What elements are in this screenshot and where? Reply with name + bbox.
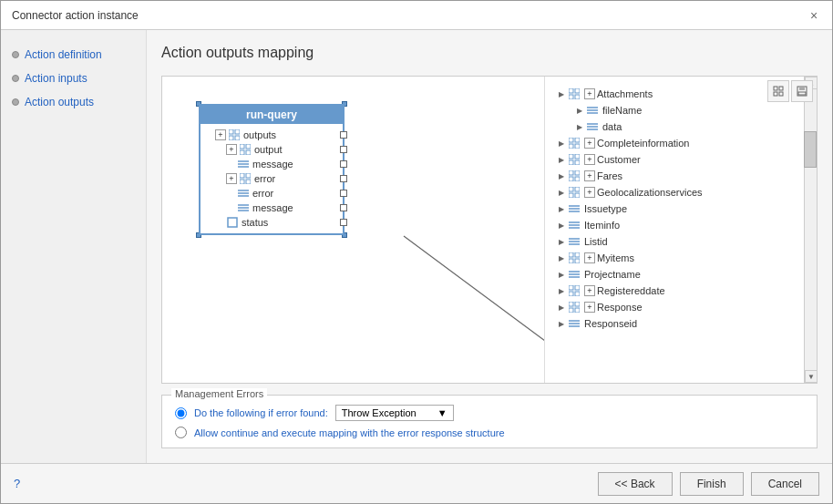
left-panel: run-query + outputs xyxy=(162,77,545,383)
port-right[interactable] xyxy=(340,160,347,168)
tree-label: Myitems xyxy=(597,252,634,263)
tree-type-icon xyxy=(567,153,581,166)
node-label: error xyxy=(252,188,273,199)
tree-expand-icon[interactable]: + xyxy=(584,88,595,99)
tree-item[interactable]: ▶ + Response xyxy=(552,299,817,315)
tree-label: fileName xyxy=(602,105,642,116)
tree-label: Registereddate xyxy=(597,285,665,296)
tree-expand-icon[interactable]: + xyxy=(584,154,595,165)
save-layout-icon[interactable] xyxy=(791,80,813,102)
tree-expand-icon[interactable]: + xyxy=(584,285,595,296)
tree-arrow-icon: ▶ xyxy=(556,220,567,231)
tree-item[interactable]: ▶ Listid xyxy=(552,233,817,250)
tree-item[interactable]: ▶ Issuetype xyxy=(552,201,817,217)
sidebar-item-action-definition[interactable]: Action definition xyxy=(12,48,135,61)
svg-rect-79 xyxy=(575,308,580,313)
error-option-2-radio[interactable] xyxy=(175,427,187,438)
window: Connector action instance × Action defin… xyxy=(0,0,833,504)
svg-rect-33 xyxy=(575,95,580,99)
tree-arrow-icon: ▶ xyxy=(556,203,567,214)
footer: ? << Back Finish Cancel xyxy=(1,463,832,503)
footer-buttons: << Back Finish Cancel xyxy=(598,472,819,496)
tree-expand-icon[interactable]: + xyxy=(584,302,595,313)
tree-item[interactable]: ▶ + Customer xyxy=(552,151,817,168)
tree-item[interactable]: ▶ fileName xyxy=(552,102,817,118)
throw-exception-dropdown[interactable]: Throw Exception ▼ xyxy=(335,405,454,421)
tree-type-icon xyxy=(567,252,581,264)
scroll-thumb[interactable] xyxy=(804,131,817,168)
svg-rect-43 xyxy=(575,144,580,149)
window-title: Connector action instance xyxy=(12,9,139,22)
tree-label: Projectname xyxy=(584,269,641,280)
port-right[interactable] xyxy=(340,219,347,226)
svg-rect-55 xyxy=(575,193,580,198)
tree-item[interactable]: ▶ + Completeinformation xyxy=(552,135,817,151)
main-panel: Action outputs mapping xyxy=(147,30,832,463)
port-right[interactable] xyxy=(340,190,347,197)
chevron-down-icon: ▼ xyxy=(437,407,447,418)
svg-rect-49 xyxy=(575,170,580,175)
svg-rect-67 xyxy=(569,259,573,263)
svg-rect-20 xyxy=(240,180,244,184)
back-button[interactable]: << Back xyxy=(598,472,673,496)
tree-expand-icon[interactable]: + xyxy=(584,187,595,198)
svg-rect-40 xyxy=(569,138,573,142)
close-button[interactable]: × xyxy=(807,8,821,23)
expand-icon[interactable]: + xyxy=(226,173,237,184)
tree-item[interactable]: ▶ Responseid xyxy=(552,315,817,332)
expand-icon[interactable]: + xyxy=(215,129,226,140)
port-right[interactable] xyxy=(340,146,347,153)
box-type-icon xyxy=(226,216,239,229)
scroll-down-button[interactable]: ▼ xyxy=(805,370,817,383)
tree-item[interactable]: ▶ + Registereddate xyxy=(552,283,817,299)
grid-type-icon xyxy=(228,129,241,141)
sidebar-label-action-inputs: Action inputs xyxy=(25,72,87,85)
svg-rect-0 xyxy=(774,87,777,90)
management-errors-legend: Management Errors xyxy=(171,388,267,399)
svg-rect-53 xyxy=(575,187,580,191)
tree-arrow-icon: ▶ xyxy=(556,269,567,280)
tree-type-icon xyxy=(567,170,581,182)
node-label: message xyxy=(252,202,293,213)
tree-item[interactable]: ▶ data xyxy=(552,118,817,135)
svg-rect-66 xyxy=(575,252,580,257)
tree-expand-icon[interactable]: + xyxy=(584,138,595,149)
svg-rect-44 xyxy=(569,154,573,159)
svg-rect-45 xyxy=(575,154,580,159)
tree-label: Response xyxy=(597,302,643,313)
sidebar-item-action-inputs[interactable]: Action inputs xyxy=(12,72,135,85)
node-label: outputs xyxy=(243,129,276,140)
lines-type-icon xyxy=(237,158,250,170)
tree-item[interactable]: ▶ + Myitems xyxy=(552,250,817,266)
help-button[interactable]: ? xyxy=(14,477,20,490)
svg-rect-21 xyxy=(246,180,251,184)
tree-expand-icon[interactable]: + xyxy=(584,170,595,181)
svg-rect-30 xyxy=(569,88,573,93)
tree-container: ▶ + Attachments ▶ fileNa xyxy=(552,77,817,383)
fit-icon[interactable] xyxy=(767,80,789,102)
tree-item[interactable]: ▶ Iteminfo xyxy=(552,217,817,233)
lines-type-icon xyxy=(237,187,250,200)
node-label: output xyxy=(254,144,283,155)
tree-arrow-icon: ▶ xyxy=(556,318,567,329)
finish-button[interactable]: Finish xyxy=(680,472,744,496)
port-right[interactable] xyxy=(340,175,347,182)
svg-rect-68 xyxy=(575,259,580,263)
sidebar-item-action-outputs[interactable]: Action outputs xyxy=(12,96,135,108)
cancel-button[interactable]: Cancel xyxy=(751,472,819,496)
svg-rect-13 xyxy=(240,150,244,155)
svg-rect-72 xyxy=(569,285,573,290)
scrollbar[interactable]: ▲ ▼ xyxy=(804,77,817,383)
port-right[interactable] xyxy=(340,131,347,139)
tree-expand-icon[interactable]: + xyxy=(584,252,595,263)
expand-icon[interactable]: + xyxy=(226,144,237,155)
tree-item[interactable]: ▶ + Geolocalizationservices xyxy=(552,184,817,201)
grid-type-icon xyxy=(239,172,252,185)
port-right[interactable] xyxy=(340,204,347,211)
error-option-1-radio[interactable] xyxy=(175,407,187,419)
tree-arrow-icon: ▶ xyxy=(556,154,567,165)
tree-type-icon xyxy=(585,104,600,117)
page-title: Action outputs mapping xyxy=(161,45,818,61)
tree-item[interactable]: ▶ Projectname xyxy=(552,266,817,283)
tree-item[interactable]: ▶ + Fares xyxy=(552,168,817,184)
